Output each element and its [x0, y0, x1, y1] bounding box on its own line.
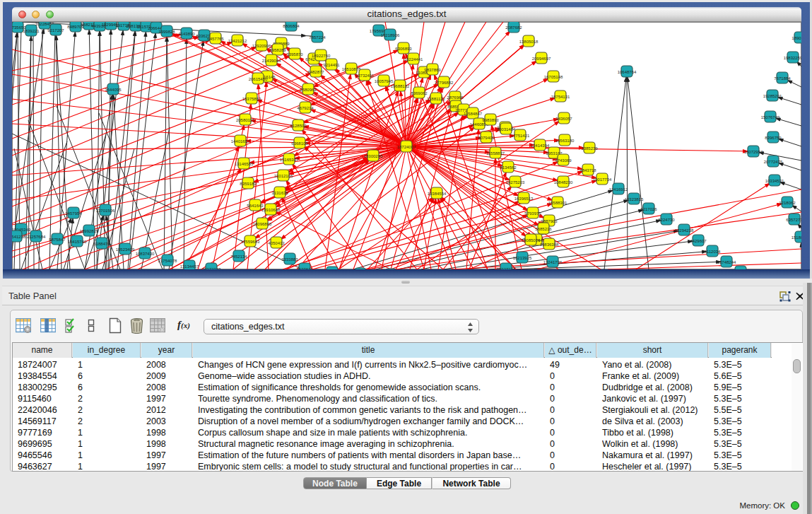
svg-text:10323815: 10323815 [625, 197, 644, 201]
svg-text:9958289: 9958289 [269, 48, 286, 52]
svg-text:16510878: 16510878 [342, 67, 361, 71]
svg-text:15165337: 15165337 [280, 158, 299, 162]
svg-text:12294238: 12294238 [675, 228, 694, 233]
svg-text:9217207: 9217207 [47, 28, 64, 33]
svg-text:5793975: 5793975 [524, 211, 541, 216]
svg-text:2580963: 2580963 [300, 88, 317, 92]
svg-text:4679214: 4679214 [297, 106, 314, 110]
svg-text:6217026: 6217026 [640, 207, 657, 211]
svg-text:12416912: 12416912 [609, 187, 628, 192]
svg-text:9983893: 9983893 [482, 118, 499, 122]
svg-text:20615450: 20615450 [249, 77, 268, 81]
svg-text:4143890: 4143890 [178, 32, 195, 36]
svg-text:1839221: 1839221 [23, 29, 40, 33]
svg-text:12414394: 12414394 [531, 144, 550, 148]
svg-text:1999828: 1999828 [158, 30, 175, 34]
svg-text:1385239: 1385239 [581, 146, 598, 151]
svg-text:21257684: 21257684 [27, 235, 46, 239]
svg-text:15076749: 15076749 [761, 115, 780, 119]
svg-text:8079409: 8079409 [478, 136, 495, 140]
svg-text:20994697: 20994697 [532, 57, 551, 61]
svg-text:6368105: 6368105 [291, 141, 308, 146]
svg-text:21439044: 21439044 [262, 59, 281, 63]
svg-text:18754131: 18754131 [551, 95, 570, 99]
svg-text:17751421: 17751421 [511, 134, 530, 138]
svg-text:10057945: 10057945 [375, 79, 394, 83]
svg-text:13134457: 13134457 [180, 264, 199, 269]
svg-text:4743069: 4743069 [555, 158, 572, 163]
svg-text:9214491: 9214491 [323, 63, 340, 67]
svg-text:12541238: 12541238 [12, 235, 26, 239]
svg-text:18724007: 18724007 [397, 145, 416, 149]
svg-text:13910648: 13910648 [261, 208, 281, 212]
svg-text:18096865: 18096865 [253, 222, 272, 226]
svg-text:19285201: 19285201 [763, 94, 782, 98]
svg-text:19688132: 19688132 [391, 84, 410, 88]
svg-text:10327246: 10327246 [497, 267, 516, 270]
svg-text:6482877: 6482877 [307, 70, 324, 74]
svg-text:11558837: 11558837 [486, 151, 505, 156]
svg-text:6306893: 6306893 [395, 47, 412, 51]
svg-text:10837430: 10837430 [136, 252, 155, 256]
svg-text:18300295: 18300295 [364, 154, 383, 158]
svg-text:16705148: 16705148 [544, 75, 563, 79]
svg-text:19523409: 19523409 [116, 247, 135, 252]
svg-text:6457765: 6457765 [207, 37, 224, 41]
svg-text:13732411: 13732411 [355, 74, 375, 78]
svg-text:21754078: 21754078 [158, 259, 177, 263]
svg-text:15588301: 15588301 [548, 201, 567, 205]
svg-text:7857224: 7857224 [309, 35, 326, 40]
svg-text:2457954: 2457954 [65, 211, 82, 216]
svg-text:3333883: 3333883 [281, 257, 298, 262]
svg-text:16415740: 16415740 [68, 240, 87, 244]
svg-text:13748244: 13748244 [717, 260, 736, 264]
svg-text:18992829: 18992829 [80, 229, 99, 233]
svg-text:9875847: 9875847 [49, 238, 66, 242]
svg-text:16396513: 16396513 [514, 197, 534, 201]
svg-text:3395870: 3395870 [286, 52, 303, 57]
svg-text:9837869: 9837869 [424, 68, 441, 72]
svg-text:17796882: 17796882 [435, 81, 454, 85]
svg-text:2087682: 2087682 [505, 25, 522, 30]
svg-text:19085076: 19085076 [522, 238, 541, 243]
svg-text:3644095: 3644095 [105, 88, 122, 92]
svg-text:19017734: 19017734 [593, 177, 612, 182]
svg-text:4112034: 4112034 [705, 250, 722, 254]
svg-text:13241736: 13241736 [543, 260, 563, 264]
svg-text:16213925: 16213925 [513, 256, 532, 260]
svg-text:19384554: 19384554 [428, 192, 447, 196]
svg-text:2876966: 2876966 [447, 95, 464, 100]
svg-text:20580115: 20580115 [236, 118, 255, 122]
svg-text:4429607: 4429607 [690, 239, 707, 243]
svg-text:20031404: 20031404 [497, 127, 516, 132]
svg-text:15180586: 15180586 [792, 235, 801, 240]
svg-text:19563180: 19563180 [555, 139, 575, 143]
svg-text:5188470: 5188470 [93, 242, 110, 246]
svg-text:20372723: 20372723 [202, 267, 221, 270]
svg-text:7671884: 7671884 [774, 76, 791, 81]
svg-text:13146585: 13146585 [235, 162, 254, 166]
svg-text:10334531: 10334531 [765, 179, 784, 183]
svg-text:16072954: 16072954 [744, 150, 763, 154]
svg-text:3131636: 3131636 [271, 191, 288, 195]
svg-text:17559643: 17559643 [241, 240, 260, 244]
svg-text:11881122: 11881122 [427, 97, 445, 101]
svg-text:16224441: 16224441 [404, 57, 423, 62]
svg-text:12920906: 12920906 [252, 44, 271, 48]
svg-text:19836388: 19836388 [540, 243, 559, 247]
svg-text:20772475: 20772475 [764, 160, 783, 164]
svg-text:8396759: 8396759 [765, 136, 782, 140]
svg-text:8369062: 8369062 [411, 91, 428, 95]
svg-text:8224730: 8224730 [658, 218, 675, 222]
svg-text:14275203: 14275203 [506, 180, 525, 185]
svg-text:9436057: 9436057 [555, 117, 572, 121]
svg-text:6128503: 6128503 [290, 124, 307, 128]
svg-text:10848230: 10848230 [554, 180, 573, 185]
svg-text:5685216: 5685216 [535, 227, 552, 231]
svg-text:8359183: 8359183 [240, 182, 257, 186]
svg-text:2537611: 2537611 [297, 267, 314, 270]
svg-text:4050413: 4050413 [268, 241, 285, 245]
svg-text:13701506: 13701506 [96, 209, 115, 213]
svg-text:1890399: 1890399 [792, 36, 801, 40]
svg-text:18922760: 18922760 [312, 54, 331, 58]
